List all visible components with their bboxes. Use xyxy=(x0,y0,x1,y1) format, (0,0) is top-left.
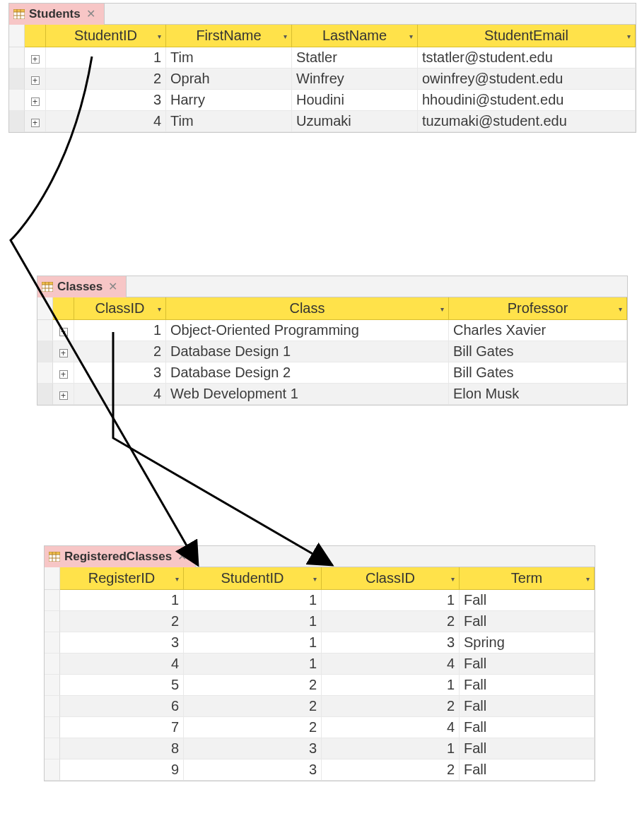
cell-term[interactable]: Spring xyxy=(460,632,595,653)
cell-studentid[interactable]: 1 xyxy=(184,632,322,653)
cell-studentid[interactable]: 3 xyxy=(46,90,166,111)
cell-registerid[interactable]: 5 xyxy=(60,675,184,696)
row-selector[interactable] xyxy=(9,69,25,90)
column-header-studentemail[interactable]: StudentEmail▾ xyxy=(418,25,636,47)
cell-studentid[interactable]: 1 xyxy=(46,47,166,69)
dropdown-icon[interactable]: ▾ xyxy=(627,32,631,40)
column-header-registerid[interactable]: RegisterID▾ xyxy=(60,567,184,590)
row-selector[interactable] xyxy=(45,632,60,653)
expand-cell[interactable]: + xyxy=(53,341,74,362)
cell-studentemail[interactable]: owinfrey@student.edu xyxy=(418,69,636,90)
cell-registerid[interactable]: 1 xyxy=(60,590,184,611)
row-selector[interactable] xyxy=(37,341,53,362)
registered-tab[interactable]: RegisteredClasses ✕ xyxy=(45,546,196,567)
cell-class[interactable]: Database Design 1 xyxy=(166,341,449,362)
cell-lastname[interactable]: Houdini xyxy=(292,90,418,111)
cell-term[interactable]: Fall xyxy=(460,696,595,717)
row-selector[interactable] xyxy=(9,47,25,69)
dropdown-icon[interactable]: ▾ xyxy=(284,32,287,40)
dropdown-icon[interactable]: ▾ xyxy=(313,574,317,582)
column-header-term[interactable]: Term▾ xyxy=(460,567,595,590)
cell-term[interactable]: Fall xyxy=(460,590,595,611)
row-selector[interactable] xyxy=(9,111,25,132)
cell-studentid[interactable]: 3 xyxy=(184,738,322,759)
cell-firstname[interactable]: Harry xyxy=(166,90,292,111)
cell-studentid[interactable]: 2 xyxy=(184,696,322,717)
dropdown-icon[interactable]: ▾ xyxy=(409,32,413,40)
select-all-corner[interactable] xyxy=(45,567,60,590)
cell-class[interactable]: Web Development 1 xyxy=(166,384,449,405)
row-selector[interactable] xyxy=(45,590,60,611)
expand-cell[interactable]: + xyxy=(53,384,74,405)
cell-classid[interactable]: 2 xyxy=(74,341,166,362)
cell-studentid[interactable]: 2 xyxy=(184,675,322,696)
column-header-firstname[interactable]: FirstName▾ xyxy=(166,25,292,47)
cell-lastname[interactable]: Uzumaki xyxy=(292,111,418,132)
select-all-corner[interactable] xyxy=(37,297,53,320)
row-selector[interactable] xyxy=(45,696,60,717)
cell-classid[interactable]: 1 xyxy=(74,320,166,341)
cell-classid[interactable]: 2 xyxy=(322,611,460,632)
row-selector[interactable] xyxy=(37,320,53,341)
cell-term[interactable]: Fall xyxy=(460,717,595,738)
dropdown-icon[interactable]: ▾ xyxy=(440,304,444,312)
cell-classid[interactable]: 3 xyxy=(74,362,166,384)
cell-term[interactable]: Fall xyxy=(460,653,595,675)
cell-classid[interactable]: 2 xyxy=(322,696,460,717)
column-header-classid[interactable]: ClassID▾ xyxy=(74,297,166,320)
expand-cell[interactable]: + xyxy=(25,69,46,90)
cell-registerid[interactable]: 3 xyxy=(60,632,184,653)
cell-term[interactable]: Fall xyxy=(460,611,595,632)
cell-professor[interactable]: Charles Xavier xyxy=(449,320,627,341)
dropdown-icon[interactable]: ▾ xyxy=(175,574,179,582)
close-icon[interactable]: ✕ xyxy=(85,8,97,20)
cell-professor[interactable]: Elon Musk xyxy=(449,384,627,405)
cell-classid[interactable]: 1 xyxy=(322,675,460,696)
dropdown-icon[interactable]: ▾ xyxy=(451,574,455,582)
cell-classid[interactable]: 4 xyxy=(322,653,460,675)
close-icon[interactable]: ✕ xyxy=(107,281,119,292)
expand-cell[interactable]: + xyxy=(53,320,74,341)
row-selector[interactable] xyxy=(45,611,60,632)
row-selector[interactable] xyxy=(45,717,60,738)
expand-cell[interactable]: + xyxy=(25,90,46,111)
column-header-class[interactable]: Class▾ xyxy=(166,297,449,320)
cell-registerid[interactable]: 4 xyxy=(60,653,184,675)
cell-studentemail[interactable]: tuzumaki@student.edu xyxy=(418,111,636,132)
row-selector[interactable] xyxy=(37,362,53,384)
cell-term[interactable]: Fall xyxy=(460,759,595,781)
cell-registerid[interactable]: 7 xyxy=(60,717,184,738)
cell-studentid[interactable]: 1 xyxy=(184,590,322,611)
classes-tab[interactable]: Classes ✕ xyxy=(37,276,127,297)
row-selector[interactable] xyxy=(37,384,53,405)
dropdown-icon[interactable]: ▾ xyxy=(619,304,622,312)
close-icon[interactable]: ✕ xyxy=(176,551,188,562)
cell-studentid[interactable]: 2 xyxy=(46,69,166,90)
cell-term[interactable]: Fall xyxy=(460,738,595,759)
column-header-lastname[interactable]: LastName▾ xyxy=(292,25,418,47)
cell-lastname[interactable]: Statler xyxy=(292,47,418,69)
row-selector[interactable] xyxy=(45,759,60,781)
column-header-professor[interactable]: Professor▾ xyxy=(449,297,627,320)
cell-class[interactable]: Object-Oriented Programming xyxy=(166,320,449,341)
expand-cell[interactable]: + xyxy=(53,362,74,384)
row-selector[interactable] xyxy=(45,653,60,675)
cell-firstname[interactable]: Tim xyxy=(166,111,292,132)
students-tab[interactable]: Students ✕ xyxy=(9,4,105,25)
row-selector[interactable] xyxy=(45,675,60,696)
column-header-studentid[interactable]: StudentID▾ xyxy=(46,25,166,47)
cell-classid[interactable]: 3 xyxy=(322,632,460,653)
cell-registerid[interactable]: 8 xyxy=(60,738,184,759)
cell-studentemail[interactable]: hhoudini@student.edu xyxy=(418,90,636,111)
cell-studentid[interactable]: 2 xyxy=(184,717,322,738)
cell-registerid[interactable]: 9 xyxy=(60,759,184,781)
row-selector[interactable] xyxy=(45,738,60,759)
column-header-classid[interactable]: ClassID▾ xyxy=(322,567,460,590)
expand-cell[interactable]: + xyxy=(25,111,46,132)
cell-registerid[interactable]: 2 xyxy=(60,611,184,632)
cell-professor[interactable]: Bill Gates xyxy=(449,341,627,362)
cell-lastname[interactable]: Winfrey xyxy=(292,69,418,90)
cell-classid[interactable]: 2 xyxy=(322,759,460,781)
expand-cell[interactable]: + xyxy=(25,47,46,69)
cell-class[interactable]: Database Design 2 xyxy=(166,362,449,384)
